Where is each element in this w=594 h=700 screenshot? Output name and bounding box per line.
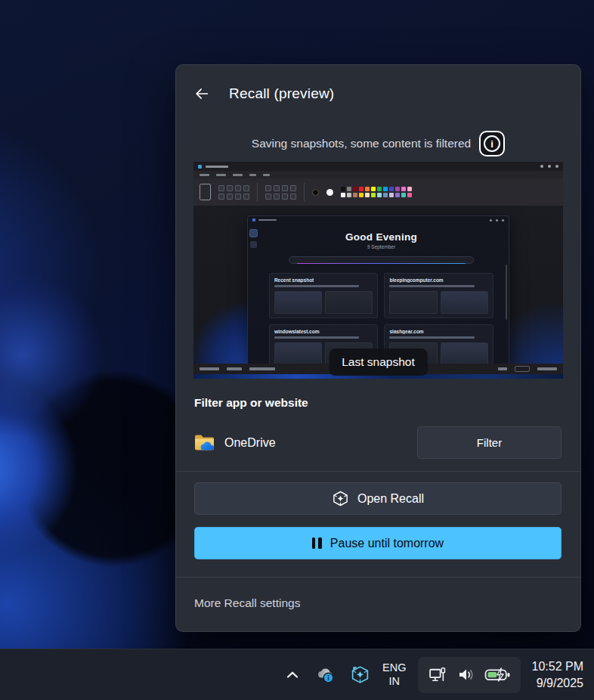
filter-app-name: OneDrive bbox=[224, 436, 276, 450]
filter-button[interactable]: Filter bbox=[417, 426, 562, 459]
last-snapshot-thumbnail[interactable]: Good Evening 9 September Recent snapshot… bbox=[193, 162, 563, 379]
primary-color-swatch bbox=[312, 189, 319, 196]
system-tray: ENG IN bbox=[282, 649, 583, 700]
onedrive-tray-button[interactable] bbox=[314, 664, 337, 686]
open-recall-button[interactable]: Open Recall bbox=[194, 482, 562, 515]
paint-titlebar bbox=[193, 162, 563, 171]
pause-icon bbox=[312, 537, 322, 549]
color-palette bbox=[341, 187, 412, 197]
info-icon: i bbox=[484, 135, 500, 152]
paint-tools-icons bbox=[218, 185, 249, 200]
language-indicator[interactable]: ENG IN bbox=[382, 661, 406, 688]
filter-section-heading: Filter app or website bbox=[194, 396, 308, 410]
recall-search-bar bbox=[289, 256, 473, 264]
onedrive-cloud-icon bbox=[315, 666, 336, 684]
show-hidden-icons-button[interactable] bbox=[282, 664, 303, 686]
recall-app-window: Good Evening 9 September Recent snapshot… bbox=[247, 215, 509, 364]
recall-tray-button[interactable] bbox=[348, 664, 371, 686]
paint-canvas: Good Evening 9 September Recent snapshot… bbox=[193, 206, 563, 364]
clock[interactable]: 10:52 PM 9/9/2025 bbox=[532, 658, 583, 690]
recall-tray-icon bbox=[350, 664, 370, 685]
page-title: Recall (preview) bbox=[229, 85, 334, 102]
paint-shapes-icons bbox=[265, 185, 296, 200]
greeting-text: Good Evening bbox=[263, 231, 500, 243]
recall-flyout-panel: Recall (preview) Saving snapshots, some … bbox=[175, 64, 581, 632]
clock-date: 9/9/2025 bbox=[532, 675, 583, 691]
battery-charging-icon bbox=[484, 667, 511, 683]
recall-nav-rail bbox=[248, 224, 260, 364]
snapshot-card: Recent snapshot bbox=[269, 273, 379, 318]
scrollbar bbox=[506, 265, 507, 320]
network-icon bbox=[428, 665, 448, 684]
secondary-color-swatch bbox=[326, 189, 333, 196]
last-snapshot-label: Last snapshot bbox=[329, 348, 428, 376]
paint-menubar bbox=[193, 171, 563, 178]
panel-header: Recall (preview) bbox=[188, 82, 334, 106]
status-text: Saving snapshots, some content is filter… bbox=[252, 137, 471, 150]
screen: Recall (preview) Saving snapshots, some … bbox=[0, 0, 594, 700]
divider bbox=[176, 471, 580, 472]
taskbar: ENG IN bbox=[0, 649, 594, 700]
window-controls-icons bbox=[540, 165, 558, 168]
back-button[interactable] bbox=[188, 82, 215, 106]
back-arrow-icon bbox=[193, 85, 210, 102]
filter-app-row: OneDrive Filter bbox=[194, 426, 562, 459]
quick-settings-button[interactable] bbox=[418, 657, 521, 693]
recall-icon bbox=[332, 490, 349, 507]
chevron-up-icon bbox=[283, 666, 302, 684]
recall-window-icon bbox=[252, 218, 255, 221]
onedrive-folder-icon bbox=[194, 434, 215, 451]
pause-until-tomorrow-button[interactable]: Pause until tomorrow bbox=[194, 527, 562, 559]
clock-time: 10:52 PM bbox=[532, 658, 583, 674]
paint-app-icon bbox=[198, 165, 202, 169]
greeting-date: 9 September bbox=[263, 244, 500, 249]
window-controls-icons bbox=[490, 219, 504, 221]
divider bbox=[176, 577, 580, 578]
paint-toolbar bbox=[193, 178, 563, 206]
status-row: Saving snapshots, some content is filter… bbox=[176, 129, 580, 159]
selection-tool-icon bbox=[200, 184, 211, 200]
more-recall-settings-link[interactable]: More Recall settings bbox=[194, 596, 300, 610]
info-button[interactable]: i bbox=[479, 131, 505, 156]
volume-icon bbox=[456, 665, 476, 684]
snapshot-card: bleepingcomputer.com bbox=[384, 273, 493, 318]
